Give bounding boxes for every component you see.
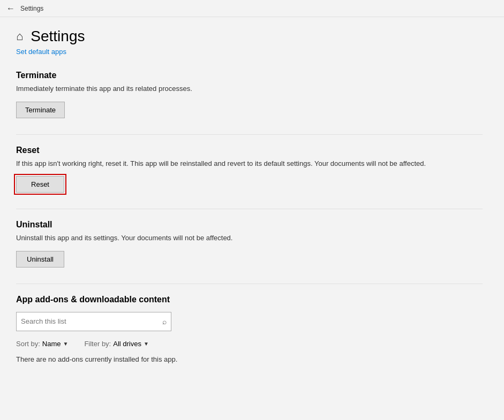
reset-button[interactable]: Reset	[16, 176, 64, 193]
search-icon: ⌕	[162, 317, 167, 326]
no-addons-text: There are no add-ons currently installed…	[16, 355, 483, 363]
drive-filter[interactable]: Filter by: All drives ▼	[84, 340, 149, 348]
terminate-section: Terminate Immediately terminate this app…	[16, 71, 483, 118]
filter-chevron-icon: ▼	[144, 341, 149, 347]
page-header: ⌂ Settings	[16, 28, 483, 45]
reset-heading: Reset	[16, 146, 483, 155]
divider-2	[16, 209, 483, 209]
terminate-heading: Terminate	[16, 71, 483, 80]
title-bar-text: Settings	[20, 5, 43, 12]
sort-label: Sort by:	[16, 340, 40, 348]
uninstall-section: Uninstall Uninstall this app and its set…	[16, 220, 483, 268]
back-button[interactable]: ←	[6, 4, 15, 13]
sort-chevron-icon: ▼	[63, 341, 68, 347]
main-content: ⌂ Settings Set default apps Terminate Im…	[0, 17, 504, 420]
filter-row: Sort by: Name ▼ Filter by: All drives ▼	[16, 340, 483, 348]
filter-label: Filter by:	[84, 340, 111, 348]
search-input[interactable]	[21, 317, 160, 325]
set-default-link[interactable]: Set default apps	[16, 48, 66, 56]
addons-section: App add-ons & downloadable content ⌕ Sor…	[16, 295, 483, 363]
reset-section: Reset If this app isn't working right, r…	[16, 146, 483, 193]
terminate-description: Immediately terminate this app and its r…	[16, 83, 483, 94]
page-title: Settings	[31, 28, 85, 45]
uninstall-button[interactable]: Uninstall	[16, 251, 64, 268]
divider-1	[16, 134, 483, 135]
reset-description: If this app isn't working right, reset i…	[16, 158, 483, 169]
search-container: ⌕	[16, 312, 171, 331]
addons-section-title: App add-ons & downloadable content	[16, 295, 483, 304]
sort-value: Name	[42, 340, 61, 348]
home-icon: ⌂	[16, 29, 23, 43]
terminate-button[interactable]: Terminate	[16, 102, 65, 118]
sort-filter[interactable]: Sort by: Name ▼	[16, 340, 68, 348]
uninstall-heading: Uninstall	[16, 220, 483, 230]
uninstall-description: Uninstall this app and its settings. You…	[16, 233, 483, 243]
divider-3	[16, 284, 483, 284]
title-bar: ← Settings	[0, 0, 504, 17]
filter-value: All drives	[113, 340, 141, 348]
